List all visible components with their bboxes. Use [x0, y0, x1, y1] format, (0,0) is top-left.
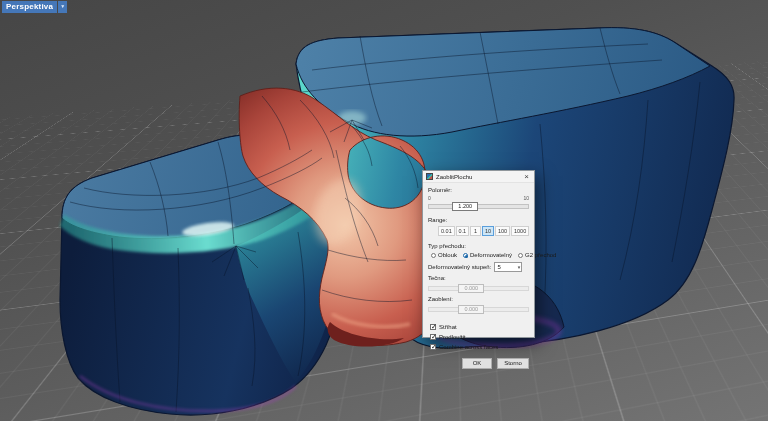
fillet-dialog: ZaoblitPlochu × Poloměr: 0 10 1.200 Rang… — [422, 170, 535, 338]
degree-label: Deformovatelný stupeň: — [428, 264, 491, 271]
radio-arc-label: Oblouk — [438, 252, 457, 258]
checkbox-extend[interactable]: ✓ Prodloužit — [430, 333, 529, 341]
blend-type-label: Typ přechodu: — [428, 243, 529, 250]
range-label: Range: — [428, 217, 529, 224]
radio-circle-icon — [518, 253, 523, 258]
scene-3d[interactable] — [0, 0, 768, 421]
chevron-down-icon: ▼ — [60, 3, 65, 9]
tangent-value-input: 0.000 — [458, 284, 484, 293]
checkbox-checked-icon: ✓ — [430, 324, 436, 330]
checkbox-combine-label: Combine across faces — [439, 344, 498, 350]
chevron-down-icon: ▾ — [518, 264, 522, 270]
degree-value: 5 — [495, 264, 517, 270]
viewport-title-button[interactable]: Perspektiva — [2, 1, 57, 13]
blend-type-radio-group: Oblouk Deformovatelný G2 přechod — [431, 252, 529, 258]
rhino-viewport[interactable]: Perspektiva ▼ ZaoblitPlochu × Poloměr: 0… — [0, 0, 768, 421]
checkbox-checked-icon: ✓ — [430, 334, 436, 340]
radio-deformable-label: Deformovatelný — [470, 252, 512, 258]
fillet-value-input: 0.000 — [458, 305, 484, 314]
fillet-slider: 0.000 — [428, 305, 529, 314]
range-button-10[interactable]: 10 — [482, 226, 494, 236]
checkbox-checked-icon: ✓ — [430, 344, 436, 350]
fillet-label: Zaoblení: — [428, 296, 529, 303]
radius-slider-track[interactable] — [428, 204, 529, 209]
range-button-1[interactable]: 1 — [470, 226, 481, 236]
checkbox-extend-label: Prodloužit — [439, 334, 466, 340]
cancel-button[interactable]: Storno — [497, 358, 529, 369]
checkbox-trim-label: Stříhat — [439, 324, 457, 330]
radio-circle-icon — [431, 253, 436, 258]
radio-deformable[interactable]: Deformovatelný — [463, 252, 512, 258]
checkbox-trim[interactable]: ✓ Stříhat — [430, 323, 529, 331]
radio-g2-label: G2 přechod — [525, 252, 556, 258]
ok-button[interactable]: OK — [462, 358, 492, 369]
degree-dropdown[interactable]: 5 ▾ — [494, 262, 522, 272]
checkbox-combine-across-faces[interactable]: ✓ Combine across faces — [430, 343, 529, 351]
range-button-0.1[interactable]: 0.1 — [456, 226, 470, 236]
tangent-label: Tečna: — [428, 275, 529, 282]
viewport-dropdown-button[interactable]: ▼ — [58, 1, 67, 13]
fillet-command-icon — [426, 173, 433, 180]
dialog-title: ZaoblitPlochu — [436, 174, 522, 180]
range-button-0.01[interactable]: 0.01 — [438, 226, 455, 236]
close-icon[interactable]: × — [522, 173, 531, 181]
radius-max-label: 10 — [523, 196, 529, 201]
radius-label: Poloměr: — [428, 187, 529, 194]
radio-selected-icon — [463, 253, 468, 258]
range-button-1000[interactable]: 1000 — [511, 226, 529, 236]
range-button-group: 0.01 0.1 1 10 100 1000 — [438, 226, 529, 236]
tangent-slider: 0.000 — [428, 284, 529, 293]
radius-value-input[interactable]: 1.200 — [452, 202, 478, 211]
dialog-title-bar[interactable]: ZaoblitPlochu × — [423, 171, 534, 183]
radio-g2-blend[interactable]: G2 přechod — [518, 252, 556, 258]
radius-min-label: 0 — [428, 196, 431, 201]
radio-arc[interactable]: Oblouk — [431, 252, 457, 258]
range-button-100[interactable]: 100 — [495, 226, 510, 236]
radius-slider[interactable]: 1.200 — [428, 202, 529, 211]
